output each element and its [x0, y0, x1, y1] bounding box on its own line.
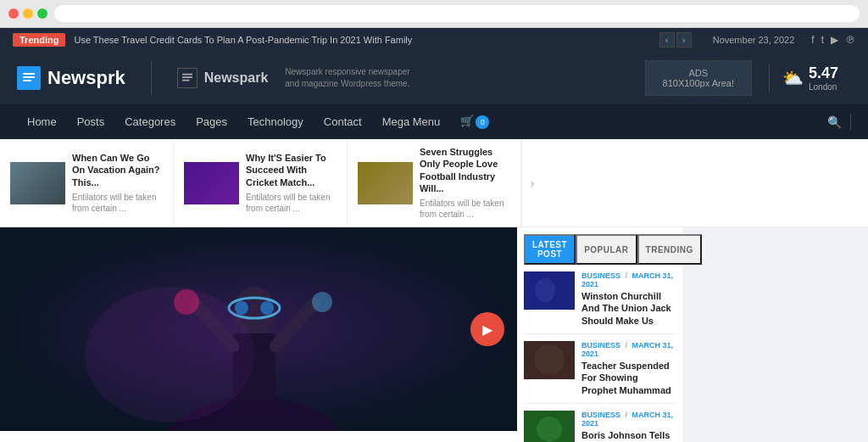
ticker-prev-button[interactable]: ‹: [659, 32, 675, 48]
featured-img-1: [10, 162, 65, 204]
featured-desc-1: Entilators will be taken from certain ..…: [72, 192, 163, 214]
search-icon[interactable]: 🔍: [827, 115, 842, 129]
featured-content-1: When Can We Go On Vacation Again? This..…: [72, 152, 163, 214]
dot-yellow: [23, 8, 33, 19]
svg-rect-1: [23, 76, 35, 78]
featured-title-2: Why It'S Easier To Succeed With Cricket …: [246, 152, 337, 188]
featured-next-arrow[interactable]: ›: [521, 139, 542, 227]
dot-green: [37, 8, 47, 19]
svg-point-12: [260, 301, 274, 315]
nav-contact[interactable]: Contact: [314, 105, 372, 138]
svg-rect-4: [182, 76, 192, 78]
cart-badge: 0: [476, 115, 489, 129]
browser-dots: [8, 8, 47, 19]
hero-text-overlay: ENTERTAINMENT / March 31, 2021 Bobby Bro…: [0, 431, 517, 442]
featured-row: When Can We Go On Vacation Again? This..…: [0, 139, 868, 227]
featured-item-1[interactable]: When Can We Go On Vacation Again? This..…: [0, 139, 174, 227]
weather-temp: 5.47: [809, 64, 838, 82]
svg-point-19: [535, 278, 555, 302]
sidebar-item-3[interactable]: BUSINESS / March 31, 2021 Boris Johnson …: [524, 411, 676, 442]
featured-item-3[interactable]: Seven Struggles Only People Love Footbal…: [348, 139, 521, 227]
nav-posts[interactable]: Posts: [67, 105, 115, 138]
sidebar-item-2[interactable]: BUSINESS / March 31, 2021 Teacher Suspen…: [524, 341, 676, 404]
header: Newsprk Newspark Newspark responsive new…: [0, 52, 868, 104]
weather-city: London: [809, 82, 838, 92]
sidebar-thumb-2: [524, 341, 575, 379]
sidebar-cat-2: BUSINESS / March 31, 2021: [581, 341, 676, 358]
address-bar[interactable]: [54, 5, 860, 22]
svg-point-16: [312, 292, 332, 312]
featured-content-3: Seven Struggles Only People Love Footbal…: [420, 146, 510, 220]
svg-rect-0: [23, 73, 35, 75]
featured-desc-2: Entilators will be taken from certain ..…: [246, 192, 337, 214]
sidebar-cat-1: BUSINESS / March 31, 2021: [581, 271, 676, 288]
featured-title-1: When Can We Go On Vacation Again? This..…: [72, 152, 163, 188]
sidebar-content-1: BUSINESS / March 31, 2021 Winston Church…: [581, 271, 676, 327]
sidebar-tabs: LATEST POST POPULAR TRENDING: [524, 234, 676, 265]
hero-play-button[interactable]: ▶: [470, 312, 504, 346]
sidebar-title-3: Boris Johnson Tells Brits Lockdown Easin…: [581, 429, 676, 442]
tab-latest-post[interactable]: LATEST POST: [524, 234, 576, 265]
nav-categories[interactable]: Categores: [114, 105, 186, 138]
browser-chrome: [0, 0, 868, 28]
logo-center-text: Newspark: [204, 70, 269, 86]
svg-point-17: [85, 287, 254, 422]
ads-text: ADS: [663, 68, 734, 78]
featured-desc-3: Entilators will be taken from certain ..…: [420, 198, 510, 220]
trending-badge: Trending: [13, 33, 65, 47]
logo-left: Newsprk: [17, 66, 125, 90]
featured-item-2[interactable]: Why It'S Easier To Succeed With Cricket …: [174, 139, 348, 227]
sidebar: LATEST POST POPULAR TRENDING BUSINESS / …: [517, 227, 682, 442]
logo-left-icon: [17, 66, 41, 90]
nav-items: Home Posts Categores Pages Technology Co…: [17, 104, 499, 139]
header-divider: [151, 61, 152, 95]
svg-point-23: [537, 417, 562, 442]
logo-center: Newspark: [177, 68, 269, 88]
chevron-right-icon: ›: [531, 176, 535, 190]
sidebar-title-1: Winston Churchill And The Union Jack Sho…: [581, 290, 676, 327]
facebook-icon[interactable]: f: [811, 34, 814, 46]
sidebar-cat-3: BUSINESS / March 31, 2021: [581, 411, 676, 428]
featured-img-2: [184, 162, 239, 204]
nav-pages[interactable]: Pages: [186, 105, 237, 138]
sidebar-item-1[interactable]: BUSINESS / March 31, 2021 Winston Church…: [524, 271, 676, 334]
featured-content-2: Why It'S Easier To Succeed With Cricket …: [246, 152, 337, 214]
nav-divider: [850, 114, 851, 131]
hero-svg: [0, 227, 517, 431]
sidebar-content-2: BUSINESS / March 31, 2021 Teacher Suspen…: [581, 341, 676, 396]
ticker-arrows: ‹ ›: [659, 32, 692, 48]
ticker-text: Use These Travel Credit Cards To Plan A …: [74, 35, 650, 45]
featured-title-3: Seven Struggles Only People Love Footbal…: [420, 146, 510, 194]
weather-widget: ⛅ 5.47 London: [769, 64, 851, 92]
nav: Home Posts Categores Pages Technology Co…: [0, 104, 868, 139]
tab-popular[interactable]: POPULAR: [576, 234, 637, 265]
sidebar-title-2: Teacher Suspended For Showing Prophet Mu…: [581, 360, 676, 396]
main-content: ▶ ENTERTAINMENT / March 31, 2021 Bobby B…: [0, 227, 868, 442]
ads-box: ADS 810X100px Area!: [645, 60, 752, 96]
hero-image: ▶: [0, 227, 517, 431]
svg-rect-2: [23, 80, 31, 81]
social-icons: f t ▶ ℗: [811, 34, 855, 46]
logo-center-icon: [177, 68, 198, 88]
ads-subtext: 810X100px Area!: [663, 78, 734, 88]
nav-home[interactable]: Home: [17, 105, 67, 138]
tab-trending[interactable]: TRENDING: [637, 234, 702, 265]
youtube-icon[interactable]: ▶: [831, 34, 838, 46]
tagline: Newspark responsive newspaper and magazi…: [285, 66, 412, 90]
ticker-next-button[interactable]: ›: [676, 32, 692, 48]
nav-megamenu[interactable]: Mega Menu: [372, 105, 451, 138]
svg-rect-5: [182, 80, 190, 81]
ticker-date: November 23, 2022: [713, 35, 795, 45]
sidebar-thumb-1: [524, 271, 575, 310]
svg-rect-3: [182, 74, 192, 76]
featured-img-3: [358, 162, 413, 204]
nav-technology[interactable]: Technology: [237, 105, 314, 138]
svg-point-21: [534, 344, 565, 375]
pinterest-icon[interactable]: ℗: [845, 34, 855, 46]
sidebar-thumb-3: [524, 411, 575, 442]
svg-point-11: [235, 301, 248, 315]
weather-icon: ⛅: [782, 68, 804, 88]
twitter-icon[interactable]: t: [821, 34, 824, 46]
sidebar-content-3: BUSINESS / March 31, 2021 Boris Johnson …: [581, 411, 676, 442]
nav-cart[interactable]: 🛒0: [450, 104, 499, 139]
